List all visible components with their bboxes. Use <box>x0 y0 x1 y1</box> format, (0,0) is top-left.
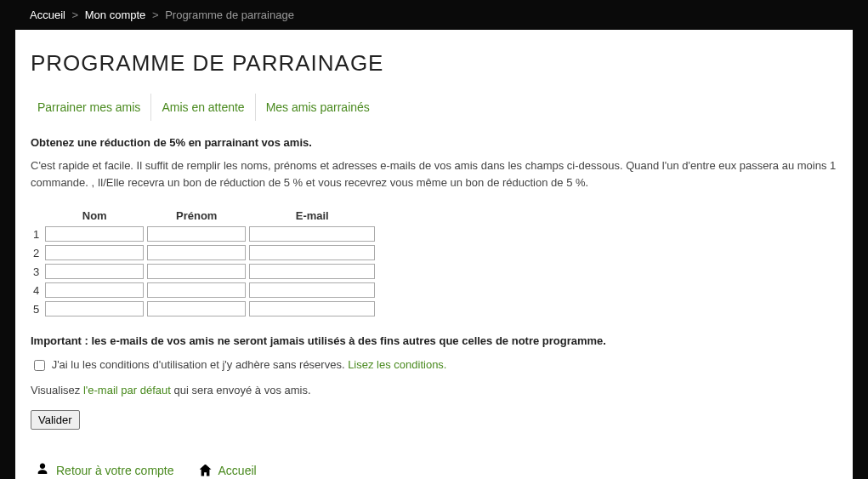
footer-links: Retour à votre compte Accueil <box>31 462 837 478</box>
firstname-input[interactable] <box>147 245 246 260</box>
row-index: 4 <box>32 282 43 299</box>
firstname-input[interactable] <box>147 264 246 279</box>
description: C'est rapide et facile. Il suffit de rem… <box>31 157 837 191</box>
preview-link[interactable]: l'e-mail par défaut <box>83 384 171 396</box>
tab-pending-friends[interactable]: Amis en attente <box>151 94 255 121</box>
home-link[interactable]: Accueil <box>200 462 257 478</box>
lead-text: Obtenez une réduction de 5% en parrainan… <box>31 136 837 149</box>
tab-sponsor-friends[interactable]: Parrainer mes amis <box>31 94 151 121</box>
breadcrumb: Accueil > Mon compte > Programme de parr… <box>0 0 868 30</box>
page-title: PROGRAMME DE PARRAINAGE <box>31 50 837 77</box>
firstname-input[interactable] <box>147 301 246 316</box>
preview-row: Visualisez l'e-mail par défaut qui sera … <box>31 384 837 396</box>
table-row: 3 <box>32 263 376 280</box>
home-icon <box>200 465 212 476</box>
conditions-row: J'ai lu les conditions d'utilisation et … <box>31 357 837 374</box>
email-input[interactable] <box>249 282 375 298</box>
conditions-checkbox[interactable] <box>34 360 45 371</box>
user-icon <box>36 462 49 478</box>
conditions-text: J'ai lu les conditions d'utilisation et … <box>52 358 349 371</box>
row-index: 2 <box>32 244 43 261</box>
important-notice: Important : les e-mails de vos amis ne s… <box>31 334 837 347</box>
tabs: Parrainer mes amis Amis en attente Mes a… <box>31 94 837 121</box>
firstname-input[interactable] <box>147 282 246 298</box>
email-input[interactable] <box>249 226 375 242</box>
firstname-input[interactable] <box>147 226 246 242</box>
name-input[interactable] <box>45 245 144 260</box>
submit-button[interactable]: Valider <box>31 410 80 430</box>
col-name: Nom <box>44 208 145 224</box>
row-index: 1 <box>32 225 43 242</box>
breadcrumb-current: Programme de parrainage <box>165 9 294 21</box>
table-row: 4 <box>32 282 376 299</box>
tab-sponsored-friends[interactable]: Mes amis parrainés <box>256 94 380 121</box>
col-firstname: Prénom <box>146 208 247 224</box>
name-input[interactable] <box>45 226 144 242</box>
preview-before: Visualisez <box>31 384 83 396</box>
preview-after: qui sera envoyé à vos amis. <box>171 384 311 396</box>
email-input[interactable] <box>249 301 375 316</box>
breadcrumb-account[interactable]: Mon compte <box>85 9 146 21</box>
col-email: E-mail <box>248 208 376 224</box>
back-label: Retour à votre compte <box>56 464 174 477</box>
row-index: 5 <box>32 300 43 317</box>
table-row: 5 <box>32 300 376 317</box>
breadcrumb-sep: > <box>149 9 162 21</box>
email-input[interactable] <box>249 264 375 279</box>
name-input[interactable] <box>45 301 144 316</box>
table-row: 2 <box>32 244 376 261</box>
table-row: 1 <box>32 225 376 242</box>
back-to-account-link[interactable]: Retour à votre compte <box>36 462 174 478</box>
home-label: Accueil <box>218 464 257 477</box>
breadcrumb-sep: > <box>69 9 82 21</box>
name-input[interactable] <box>45 264 144 279</box>
main-panel: PROGRAMME DE PARRAINAGE Parrainer mes am… <box>15 30 853 479</box>
friends-table: Nom Prénom E-mail 12345 <box>31 206 377 319</box>
conditions-link[interactable]: Lisez les conditions. <box>348 358 446 371</box>
email-input[interactable] <box>249 245 375 260</box>
row-index: 3 <box>32 263 43 280</box>
breadcrumb-home[interactable]: Accueil <box>30 9 65 21</box>
name-input[interactable] <box>45 282 144 298</box>
